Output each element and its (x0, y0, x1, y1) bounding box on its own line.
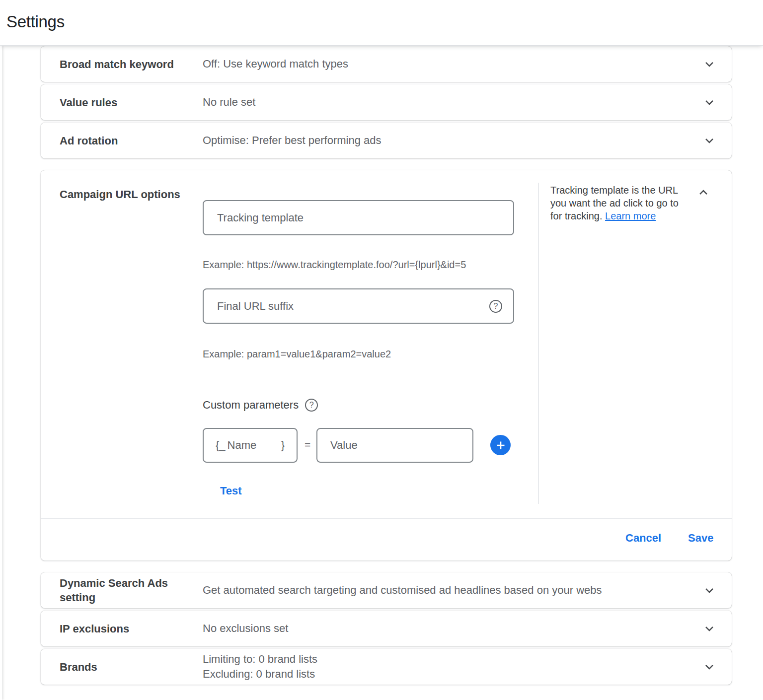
chevron-down-icon[interactable] (702, 133, 717, 148)
equals-sign: = (305, 437, 310, 452)
chevron-down-icon[interactable] (702, 659, 717, 674)
row-brands[interactable]: Brands Limiting to: 0 brand lists Exclud… (41, 649, 732, 685)
row-dynamic-search-ads-setting[interactable]: Dynamic Search Ads setting Get automated… (41, 572, 732, 608)
custom-parameter-name-field: {_ } (203, 428, 298, 463)
page-header: Settings (0, 0, 763, 45)
tracking-template-field (203, 200, 514, 235)
page-title: Settings (6, 12, 65, 31)
name-prefix: {_ (216, 439, 226, 452)
row-value: Optimise: Prefer best performing ads (203, 133, 695, 148)
row-ip-exclusions[interactable]: IP exclusions No exclusions set (41, 611, 732, 646)
custom-parameters-label: Custom parameters (203, 399, 299, 412)
help-icon[interactable]: ? (489, 300, 502, 313)
row-ad-rotation[interactable]: Ad rotation Optimise: Prefer best perfor… (41, 123, 732, 158)
tracking-template-input[interactable] (204, 201, 513, 234)
row-value: Get automated search targeting and custo… (203, 583, 695, 598)
row-label: Dynamic Search Ads setting (60, 576, 203, 605)
left-panel-edge (0, 45, 2, 700)
chevron-down-icon[interactable] (702, 95, 717, 110)
final-url-suffix-field: ? (203, 288, 514, 324)
row-label: Ad rotation (60, 134, 203, 148)
cancel-button[interactable]: Cancel (625, 531, 661, 545)
row-value: No rule set (203, 95, 695, 110)
brands-limiting-line: Limiting to: 0 brand lists (203, 652, 695, 667)
final-url-suffix-example: Example: param1=value1&param2=value2 (203, 348, 391, 360)
row-broad-match-keyword[interactable]: Broad match keyword Off: Use keyword mat… (41, 46, 732, 82)
chevron-up-icon[interactable] (696, 185, 711, 200)
card-footer-divider (41, 518, 732, 519)
card-label: Campaign URL options (60, 185, 184, 204)
help-panel: Tracking template is the URL you want th… (550, 184, 684, 222)
row-label: Brands (60, 660, 203, 674)
final-url-suffix-input[interactable] (204, 289, 483, 323)
save-button[interactable]: Save (688, 531, 713, 545)
row-value: No exclusions set (203, 621, 695, 636)
row-label: IP exclusions (60, 622, 203, 636)
row-label: Broad match keyword (60, 57, 203, 71)
learn-more-link[interactable]: Learn more (605, 210, 656, 221)
row-value: Off: Use keyword match types (203, 57, 695, 71)
brands-excluding-line: Excluding: 0 brand lists (203, 667, 695, 682)
custom-parameter-value-field (316, 428, 473, 463)
custom-parameters-heading: Custom parameters ? (203, 399, 318, 412)
test-button[interactable]: Test (220, 484, 242, 498)
chevron-down-icon[interactable] (702, 583, 717, 598)
row-value-rules[interactable]: Value rules No rule set (41, 84, 732, 120)
chevron-down-icon[interactable] (702, 57, 717, 71)
tracking-template-example: Example: https://www.trackingtemplate.fo… (203, 259, 466, 271)
campaign-url-options-card: Campaign URL options Example: https://ww… (41, 170, 732, 560)
row-label: Value rules (60, 95, 203, 110)
vertical-divider (538, 183, 539, 504)
settings-page: Settings Broad match keyword Off: Use ke… (0, 0, 763, 700)
chevron-down-icon[interactable] (702, 621, 717, 636)
name-suffix: } (281, 439, 285, 452)
help-icon[interactable]: ? (305, 399, 318, 412)
add-parameter-button[interactable] (490, 435, 511, 455)
custom-parameter-name-input[interactable] (226, 429, 281, 462)
custom-parameter-value-input[interactable] (317, 429, 472, 462)
plus-icon (495, 439, 507, 451)
row-value: Limiting to: 0 brand lists Excluding: 0 … (203, 652, 695, 682)
